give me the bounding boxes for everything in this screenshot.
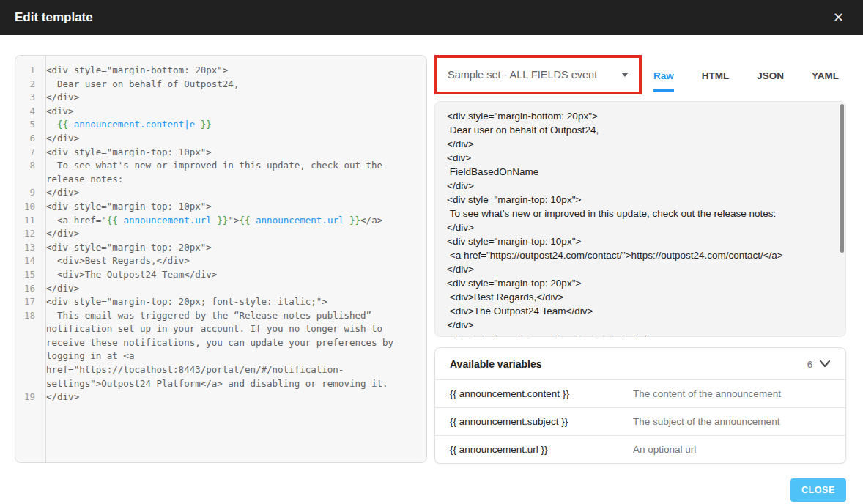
line-number: 10 xyxy=(21,200,40,214)
preview-scrollbar[interactable] xyxy=(840,104,844,253)
chevron-down-icon[interactable] xyxy=(819,360,831,368)
modal-title: Edit template xyxy=(15,10,93,25)
available-variables-panel: Available variables 6 {{ announcement.co… xyxy=(434,347,846,464)
variable-row: {{ announcement.url }}An optional url xyxy=(435,435,845,463)
line-number: 1 xyxy=(21,64,40,78)
line-number: 5 xyxy=(21,118,40,132)
modal-body: 1<div style="margin-bottom: 20px">2 Dear… xyxy=(0,35,863,464)
line-number: 8 xyxy=(21,159,40,186)
code-line: 18 This email was triggered by the “Rele… xyxy=(21,309,421,391)
line-number: 2 xyxy=(21,78,40,92)
variables-rows: {{ announcement.content }}The content of… xyxy=(435,379,845,463)
variables-count-toggle[interactable]: 6 xyxy=(807,359,831,370)
close-button[interactable]: CLOSE xyxy=(790,478,846,502)
code-line: 5 {{ announcement.content|e }} xyxy=(21,118,421,132)
variables-header: Available variables 6 xyxy=(435,348,845,379)
line-number: 4 xyxy=(21,105,40,119)
code-line: 16</div> xyxy=(21,282,421,296)
code-line: 13<div style="margin-top: 20px"> xyxy=(21,241,421,255)
code-line: 10<div style="margin-top: 10px"> xyxy=(21,200,421,214)
variable-description: An optional url xyxy=(633,444,696,455)
tab-yaml[interactable]: YAML xyxy=(812,70,839,92)
template-code-editor[interactable]: 1<div style="margin-bottom: 20px">2 Dear… xyxy=(15,55,427,463)
raw-preview-text: <div style="margin-bottom: 20px"> Dear u… xyxy=(447,109,834,337)
tab-html[interactable]: HTML xyxy=(702,70,730,92)
raw-preview-panel: <div style="margin-bottom: 20px"> Dear u… xyxy=(434,101,846,337)
line-number: 17 xyxy=(21,295,40,309)
code-line: 4<div> xyxy=(21,105,421,119)
code-line: 6</div> xyxy=(21,132,421,146)
line-number: 6 xyxy=(21,132,40,146)
preview-header: Sample set - ALL FIELDS event RawHTMLJSO… xyxy=(434,55,846,94)
sample-set-dropdown[interactable]: Sample set - ALL FIELDS event xyxy=(448,69,629,81)
code-line: 17<div style="margin-top: 20px; font-sty… xyxy=(21,295,421,309)
line-number: 18 xyxy=(21,309,40,391)
code-line: 14 <div>Best Regards,</div> xyxy=(21,254,421,268)
tab-raw[interactable]: Raw xyxy=(653,70,674,92)
variable-row: {{ announcement.content }}The content of… xyxy=(435,379,845,407)
variable-description: The subject of the announcement xyxy=(633,416,779,427)
variable-name: {{ announcement.subject }} xyxy=(450,416,633,427)
variable-name: {{ announcement.url }} xyxy=(450,444,633,455)
code-lines: 1<div style="margin-bottom: 20px">2 Dear… xyxy=(21,64,421,404)
modal-header: Edit template ✕ xyxy=(0,0,863,35)
edit-template-modal: Edit template ✕ 1<div style="margin-bott… xyxy=(0,0,863,502)
variable-name: {{ announcement.content }} xyxy=(450,388,633,399)
line-number: 12 xyxy=(21,227,40,241)
code-line: 12</div> xyxy=(21,227,421,241)
variables-count: 6 xyxy=(807,359,812,370)
line-number: 7 xyxy=(21,146,40,160)
code-line: 15 <div>The Outpost24 Team</div> xyxy=(21,268,421,282)
code-line: 19</div> xyxy=(21,390,421,404)
variables-title: Available variables xyxy=(450,358,542,370)
caret-down-icon xyxy=(621,73,629,77)
code-line: 8 To see what's new or improved in this … xyxy=(21,159,421,186)
code-line: 1<div style="margin-bottom: 20px"> xyxy=(21,64,421,78)
modal-footer: CLOSE xyxy=(0,464,863,502)
code-line: 7<div style="margin-top: 10px"> xyxy=(21,146,421,160)
close-icon[interactable]: ✕ xyxy=(829,10,848,26)
code-line: 9</div> xyxy=(21,186,421,200)
line-number: 16 xyxy=(21,282,40,296)
line-number: 3 xyxy=(21,91,40,105)
tab-json[interactable]: JSON xyxy=(757,70,784,92)
line-number: 19 xyxy=(21,390,40,404)
line-number: 15 xyxy=(21,268,40,282)
code-line: 2 Dear user on behalf of Outpost24, xyxy=(21,78,421,92)
variable-description: The content of the announcement xyxy=(633,388,781,399)
line-number: 11 xyxy=(21,214,40,228)
variable-row: {{ announcement.subject }}The subject of… xyxy=(435,407,845,435)
line-number: 9 xyxy=(21,186,40,200)
line-number: 13 xyxy=(21,241,40,255)
code-line: 3</div> xyxy=(21,91,421,105)
format-tabs: RawHTMLJSONYAML xyxy=(653,55,839,92)
red-annotation-box: Sample set - ALL FIELDS event xyxy=(434,55,642,94)
preview-column: Sample set - ALL FIELDS event RawHTMLJSO… xyxy=(434,55,846,464)
code-line: 11 <a href="{{ announcement.url }}">{{ a… xyxy=(21,214,421,228)
line-number: 14 xyxy=(21,254,40,268)
sample-set-value: Sample set - ALL FIELDS event xyxy=(448,69,597,81)
